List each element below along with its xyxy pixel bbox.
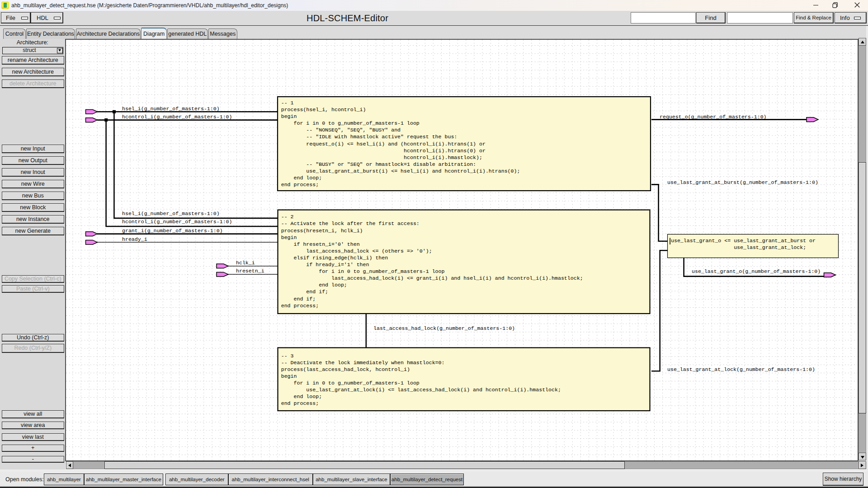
svg-text:hcontrol_i(g_number_of_masters: hcontrol_i(g_number_of_masters-1:0) <box>122 114 232 120</box>
svg-text:grant_i(g_number_of_masters-1:: grant_i(g_number_of_masters-1:0) <box>122 228 223 234</box>
svg-text:last_access_had_lock(g_number_: last_access_had_lock(g_number_of_masters… <box>373 325 515 331</box>
svg-text:hcontrol_i(g_number_of_masters: hcontrol_i(g_number_of_masters-1:0) <box>122 219 232 225</box>
svg-text:request_o(g_number_of_masters-: request_o(g_number_of_masters-1:0) <box>660 114 767 120</box>
svg-text:hsel_i(g_number_of_masters-1:0: hsel_i(g_number_of_masters-1:0) <box>122 211 220 216</box>
svg-text:use_last_grant_at_burst(g_numb: use_last_grant_at_burst(g_number_of_mast… <box>667 179 818 185</box>
svg-text:use_last_grant_o(g_number_of_m: use_last_grant_o(g_number_of_masters-1:0… <box>692 268 821 274</box>
svg-text:use_last_grant_at_lock(g_numbe: use_last_grant_at_lock(g_number_of_maste… <box>667 366 815 372</box>
svg-text:hsel_i(g_number_of_masters-1:0: hsel_i(g_number_of_masters-1:0) <box>122 106 220 112</box>
svg-text:hclk_i: hclk_i <box>236 260 255 266</box>
svg-text:hready_i: hready_i <box>122 236 147 242</box>
svg-text:hresetn_i: hresetn_i <box>236 268 264 274</box>
